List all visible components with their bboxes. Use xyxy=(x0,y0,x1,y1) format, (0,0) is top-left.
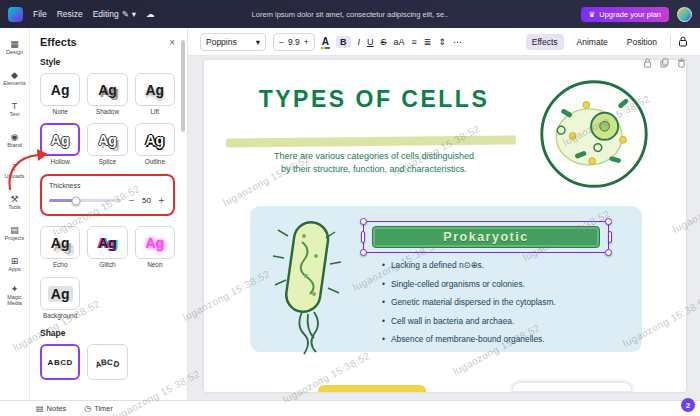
selection-handle-bottom-right[interactable] xyxy=(605,249,612,256)
text-icon: T xyxy=(12,102,18,111)
selection-handle-top-right[interactable] xyxy=(605,218,612,225)
design-page[interactable]: TYPES OF CELLS There are various categor… xyxy=(204,60,686,392)
effect-style-none[interactable]: Ag xyxy=(40,73,80,106)
effect-style-grid: AgNone AgShadow AgLift AgHollow AgSplice… xyxy=(40,73,175,165)
bottom-bar: ▤ Notes ◷ Timer xyxy=(0,400,700,416)
title-highlight-strip[interactable] xyxy=(226,135,516,147)
selection-handle-right[interactable] xyxy=(608,231,612,243)
effect-style-lift[interactable]: Ag xyxy=(135,73,175,106)
bullet-item[interactable]: Cell wall in bacteria and archaea. xyxy=(382,316,638,326)
next-section-banner-partial[interactable] xyxy=(318,385,426,392)
font-family-select[interactable]: Poppins ▾ xyxy=(200,33,266,51)
magic-media-icon: ✦ xyxy=(11,285,19,294)
animate-button[interactable]: Animate xyxy=(571,34,614,50)
thickness-slider[interactable] xyxy=(49,199,121,202)
resize-button[interactable]: Resize xyxy=(57,9,83,19)
design-title[interactable]: TYPES OF CELLS xyxy=(224,86,524,113)
close-icon[interactable]: × xyxy=(169,37,175,48)
underline-button[interactable]: U xyxy=(367,37,374,47)
selection-handle-top-left[interactable] xyxy=(360,218,367,225)
alignment-icon[interactable]: ≡ xyxy=(412,37,417,47)
design-subtitle[interactable]: There are various categories of cells di… xyxy=(224,150,524,176)
sidebar-item-design[interactable]: ▦ Design xyxy=(0,32,29,63)
spacing-icon[interactable]: ⇕ xyxy=(438,37,446,47)
selection-handle-bottom-left[interactable] xyxy=(360,249,367,256)
notes-button[interactable]: ▤ Notes xyxy=(36,404,66,413)
effect-style-echo[interactable]: Ag xyxy=(40,226,80,259)
delete-page-icon[interactable] xyxy=(677,58,686,68)
shape-section-heading: Shape xyxy=(40,328,175,338)
chevron-down-icon: ▾ xyxy=(256,37,260,47)
text-color-button[interactable]: A xyxy=(322,36,329,47)
font-size-increase[interactable]: + xyxy=(304,37,309,47)
font-size-decrease[interactable]: − xyxy=(279,37,284,47)
sidebar-item-text[interactable]: T Text xyxy=(0,94,29,125)
tools-icon: ⚒ xyxy=(10,195,18,204)
brand-icon: ◉ xyxy=(11,133,19,142)
app-window: File Resize Editing ✎ ▾ ☁ Lorem ipsum do… xyxy=(0,0,700,416)
bullet-item[interactable]: Lacking a defined n⊙⊕s. xyxy=(382,260,638,270)
effects-button[interactable]: Effects xyxy=(526,34,564,50)
prokaryotic-bullet-list: Lacking a defined n⊙⊕s. Single-celled or… xyxy=(382,260,638,353)
bullet-item[interactable]: Single-celled organisms or colonies. xyxy=(382,279,638,289)
more-options-icon[interactable]: ⋯ xyxy=(453,37,462,47)
editing-mode-dropdown[interactable]: Editing ✎ ▾ xyxy=(93,9,136,19)
sidebar-item-magic-media[interactable]: ✦ Magic Media xyxy=(0,280,29,311)
lock-icon[interactable] xyxy=(678,33,688,51)
duplicate-page-icon[interactable] xyxy=(660,58,669,68)
list-icon[interactable]: ≣ xyxy=(424,37,432,47)
sidebar-item-projects[interactable]: ▤ Projects xyxy=(0,218,29,249)
thickness-control: Thickness − 50 + xyxy=(40,174,175,216)
timer-button[interactable]: ◷ Timer xyxy=(84,404,113,413)
sidebar-item-apps[interactable]: ⊞ Apps xyxy=(0,249,29,280)
sidebar-item-brand[interactable]: ◉ Brand xyxy=(0,125,29,156)
strikethrough-button[interactable]: S xyxy=(381,37,387,47)
effect-style-shadow[interactable]: Ag xyxy=(87,73,127,106)
document-title[interactable]: Lorem ipsum dolor sit amet, consectetur … xyxy=(252,10,449,19)
shape-tile-curve-letters: ABCD xyxy=(95,358,120,367)
crown-icon: ♛ xyxy=(589,10,596,19)
thickness-value[interactable]: 50 xyxy=(142,196,151,205)
effect-style-background[interactable]: Ag xyxy=(40,277,80,310)
sidebar-item-tools[interactable]: ⚒ Tools xyxy=(0,187,29,218)
effect-style-hollow[interactable]: Ag xyxy=(40,123,80,156)
canva-logo-icon[interactable] xyxy=(8,7,23,22)
bacteria-illustration[interactable] xyxy=(262,208,352,358)
style-section-heading: Style xyxy=(40,57,175,67)
file-menu-button[interactable]: File xyxy=(33,9,47,19)
top-bar: File Resize Editing ✎ ▾ ☁ Lorem ipsum do… xyxy=(0,0,700,28)
bullet-item[interactable]: Genetic material dispersed in the cytopl… xyxy=(382,297,638,307)
sidebar-item-uploads[interactable]: ⤒ Uploads xyxy=(0,156,29,187)
elements-icon: ◆ xyxy=(11,71,18,80)
panel-scrollbar[interactable] xyxy=(181,40,185,132)
text-case-button[interactable]: aA xyxy=(394,37,405,47)
avatar[interactable] xyxy=(677,7,692,22)
effect-style-glitch[interactable]: Ag xyxy=(87,226,127,259)
effects-panel-title: Effects xyxy=(40,36,77,48)
selection-handle-left[interactable] xyxy=(361,231,365,243)
prokaryotic-heading[interactable]: Prokaryotic xyxy=(372,226,600,248)
page-lock-icon[interactable] xyxy=(643,58,652,68)
upgrade-label: Upgrade your plan xyxy=(599,10,661,19)
italic-button[interactable]: I xyxy=(358,37,361,47)
bullet-item[interactable]: Absence of membrane-bound organelles. xyxy=(382,334,638,344)
thickness-decrease-button[interactable]: − xyxy=(127,195,136,206)
effect-style-splice[interactable]: Ag xyxy=(87,123,127,156)
next-card-partial[interactable] xyxy=(512,382,632,392)
upgrade-button[interactable]: ♛ Upgrade your plan xyxy=(581,7,669,22)
topbar-right-group: ♛ Upgrade your plan xyxy=(581,7,692,22)
position-button[interactable]: Position xyxy=(621,34,663,50)
notification-badge[interactable]: 2 xyxy=(681,398,695,412)
shape-style-none[interactable]: ABCD xyxy=(40,344,80,380)
thickness-increase-button[interactable]: + xyxy=(157,195,166,206)
bold-button[interactable]: B xyxy=(336,36,351,48)
cell-illustration[interactable] xyxy=(536,76,652,192)
thickness-slider-thumb[interactable] xyxy=(72,196,81,205)
font-size-value[interactable]: 9.9 xyxy=(288,37,300,47)
sidebar-item-elements[interactable]: ◆ Elements xyxy=(0,63,29,94)
cloud-sync-icon[interactable]: ☁ xyxy=(146,9,155,19)
effect-style-outline[interactable]: Ag xyxy=(135,123,175,156)
shape-style-curve[interactable]: ABCD xyxy=(87,344,127,380)
effect-style-neon[interactable]: Ag xyxy=(135,226,175,259)
apps-icon: ⊞ xyxy=(11,257,19,266)
